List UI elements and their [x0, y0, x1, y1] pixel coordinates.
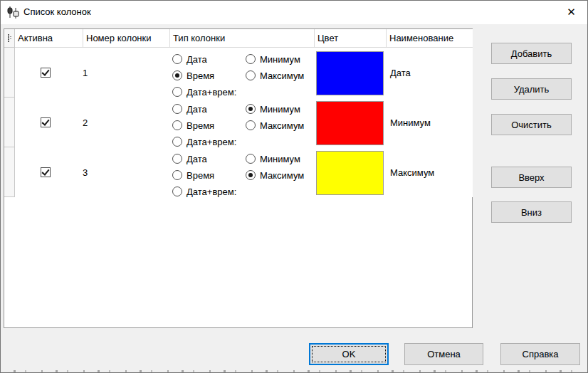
app-chart-markers-icon	[6, 6, 20, 19]
type-radio-datetime[interactable]: Дата+врем:	[172, 136, 236, 147]
close-button[interactable]: ✕	[555, 1, 587, 23]
column-number: 1	[83, 48, 88, 98]
type-radio-min[interactable]: Минимум	[246, 153, 300, 164]
radio-label: Максимум	[260, 70, 304, 81]
radio-label: Максимум	[260, 170, 304, 181]
row-header-2[interactable]	[4, 98, 15, 147]
table-row: 3 Дата Время Дата+врем: Минимум Максимум	[15, 147, 473, 197]
move-up-button[interactable]: Вверх	[491, 167, 572, 188]
column-name: Минимум	[390, 98, 431, 147]
radio-icon[interactable]	[172, 186, 182, 196]
type-radio-min[interactable]: Минимум	[246, 53, 300, 65]
active-checkbox[interactable]	[41, 68, 51, 78]
radio-label: Дата+врем:	[187, 87, 236, 98]
cancel-button[interactable]: Отмена	[404, 343, 483, 365]
radio-icon[interactable]	[246, 70, 256, 80]
radio-icon[interactable]	[172, 54, 182, 64]
column-header-name[interactable]: Наименование	[387, 29, 473, 48]
radio-icon[interactable]	[172, 137, 182, 147]
move-down-button[interactable]: Вниз	[491, 201, 572, 223]
radio-label: Время	[187, 120, 214, 131]
table-row: 2 Дата Время Дата+врем: Минимум Максимум	[15, 98, 473, 147]
column-header-active[interactable]: Активна	[15, 29, 83, 48]
type-radio-time[interactable]: Время	[172, 169, 214, 181]
type-radio-date[interactable]: Дата	[172, 153, 207, 164]
table-row: 1 Дата Время Дата+врем: Минимум Максимум	[15, 48, 473, 98]
radio-icon[interactable]	[246, 120, 256, 130]
column-name: Дата	[390, 48, 411, 98]
background-window-sliver	[1, 370, 587, 372]
type-radio-max[interactable]: Максимум	[246, 70, 304, 81]
radio-label: Время	[187, 170, 214, 181]
ok-button[interactable]: OK	[309, 343, 389, 365]
close-icon: ✕	[567, 6, 576, 19]
radio-label: Минимум	[260, 54, 300, 65]
clear-button[interactable]: Очистить	[491, 114, 572, 135]
radio-label: Дата	[187, 154, 207, 164]
column-header-color[interactable]: Цвет	[315, 29, 387, 48]
window-title: Список колонок	[23, 6, 91, 17]
radio-label: Максимум	[260, 120, 304, 131]
color-swatch[interactable]	[316, 151, 384, 195]
radio-label: Время	[187, 70, 214, 81]
color-swatch[interactable]	[316, 101, 384, 145]
row-header-3[interactable]	[4, 147, 15, 197]
radio-label: Дата+врем:	[187, 186, 236, 197]
row-header-1[interactable]	[4, 48, 15, 98]
column-header-number[interactable]: Номер колонки	[83, 29, 170, 48]
color-swatch[interactable]	[316, 51, 384, 95]
type-radio-datetime[interactable]: Дата+врем:	[172, 186, 236, 197]
radio-icon[interactable]	[246, 54, 256, 64]
radio-icon[interactable]	[246, 104, 256, 114]
type-radio-max[interactable]: Максимум	[246, 169, 304, 181]
column-number: 3	[83, 147, 88, 197]
radio-icon[interactable]	[172, 104, 182, 114]
row-header-corner	[4, 29, 15, 48]
title-bar[interactable]: Список колонок ✕	[1, 1, 587, 24]
column-name: Максимум	[390, 147, 434, 197]
column-header-type[interactable]: Тип колонки	[170, 29, 315, 48]
radio-label: Дата	[187, 104, 207, 115]
add-button[interactable]: Добавить	[491, 43, 572, 64]
type-radio-time[interactable]: Время	[172, 70, 214, 81]
type-radio-max[interactable]: Максимум	[246, 120, 304, 131]
help-button[interactable]: Справка	[500, 343, 580, 365]
column-list-dialog: Список колонок ✕ Активна Номер колонки Т…	[0, 0, 588, 373]
radio-icon[interactable]	[172, 154, 182, 164]
active-checkbox[interactable]	[41, 117, 51, 127]
radio-icon[interactable]	[172, 70, 182, 80]
type-radio-time[interactable]: Время	[172, 120, 214, 131]
radio-icon[interactable]	[172, 87, 182, 97]
radio-icon[interactable]	[172, 120, 182, 130]
type-radio-date[interactable]: Дата	[172, 53, 207, 65]
radio-icon[interactable]	[172, 170, 182, 180]
radio-label: Дата	[187, 54, 207, 65]
radio-icon[interactable]	[246, 154, 256, 164]
radio-icon[interactable]	[246, 170, 256, 180]
radio-label: Дата+врем:	[187, 137, 236, 147]
radio-label: Минимум	[260, 104, 300, 115]
column-number: 2	[83, 98, 88, 147]
type-radio-datetime[interactable]: Дата+врем:	[172, 86, 236, 98]
radio-label: Минимум	[260, 154, 300, 164]
type-radio-date[interactable]: Дата	[172, 103, 207, 115]
type-radio-min[interactable]: Минимум	[246, 103, 300, 115]
active-checkbox[interactable]	[41, 167, 51, 177]
delete-button[interactable]: Удалить	[491, 78, 572, 100]
columns-table: Активна Номер колонки Тип колонки Цвет Н…	[4, 28, 473, 328]
row-selector-icon	[7, 33, 12, 43]
